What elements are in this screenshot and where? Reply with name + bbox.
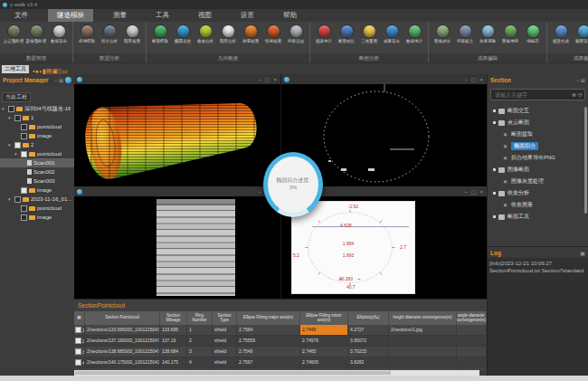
column-header-4[interactable]: Ellipse Fitting major axis(m) [237, 311, 300, 325]
limit-analysis-button[interactable]: 限界分析 [217, 24, 239, 52]
project-tree-item[interactable]: ▾1 [0, 113, 74, 122]
table-row[interactable]: 12/sections/133.695000_1001215043.txt133… [74, 325, 487, 336]
column-header-7[interactable]: height diameter convergence(m) [389, 311, 457, 325]
project-tree-item[interactable]: ▾2 [0, 140, 74, 149]
tree-checkbox[interactable] [21, 187, 27, 194]
snapshot-button[interactable]: 截图导出 [573, 24, 588, 52]
editor-button[interactable]: 编辑器 [522, 24, 544, 52]
tree-checkbox[interactable] [21, 151, 27, 157]
table-row[interactable]: 22/sections/137.190000_1001215047.txt137… [74, 336, 487, 347]
dislocation-button[interactable]: 错台分析 [99, 24, 120, 52]
viewport-min-icon[interactable]: – [463, 189, 468, 195]
log-menu-icon[interactable]: ▣ [580, 250, 585, 256]
project-tree-item[interactable]: ▾深圳04号线隧道-16 [0, 104, 74, 113]
section-tree-item[interactable]: ✕收敛测量 [488, 199, 588, 211]
section-tree-item[interactable]: 断面工具 [488, 211, 588, 223]
tree-checkbox[interactable] [14, 142, 21, 148]
panel-float-icon[interactable] [65, 77, 71, 83]
panel-pin-icon[interactable]: ▫ [577, 78, 579, 83]
viewport-max-icon[interactable]: ▢ [470, 76, 478, 82]
column-header-3[interactable]: Section Type [213, 311, 237, 325]
expand-icon[interactable]: ▾ [14, 151, 19, 157]
enhance-button[interactable]: 图像增强 [499, 24, 521, 52]
column-header-2[interactable]: Ring Number [187, 311, 213, 325]
tree-checkbox[interactable] [21, 124, 27, 130]
toolbar-mode-chip[interactable]: 二维工具 [2, 65, 29, 73]
convergence-button[interactable]: 收敛分析 [194, 24, 216, 52]
project-tree-item[interactable]: Scan003 [0, 176, 74, 186]
tree-vertical-scrollbar[interactable] [584, 107, 587, 214]
project-tree-item[interactable]: pointcloud [0, 204, 74, 213]
measure-button[interactable]: 三维量测 [358, 24, 380, 52]
result-export-button[interactable]: 成果导出 [381, 24, 403, 52]
viewport-min-icon[interactable]: – [257, 77, 261, 82]
viewport-close-icon[interactable]: × [479, 189, 484, 195]
report-button[interactable]: 报告生成 [550, 24, 572, 52]
tree-checkbox[interactable] [21, 133, 27, 139]
panel-dock-icon[interactable]: ⊞ [59, 77, 63, 83]
viewport-close-icon[interactable]: × [479, 77, 484, 82]
viewport-min-icon[interactable]: – [463, 77, 468, 82]
row-checkbox[interactable] [75, 348, 81, 355]
expand-icon[interactable]: ▾ [8, 142, 13, 148]
tree-checkbox[interactable] [8, 106, 14, 112]
report-chart-button[interactable]: 报表统计 [313, 24, 335, 52]
leakage-button[interactable]: 渗漏检测 [240, 24, 261, 52]
viewport-max-icon[interactable]: ▢ [470, 188, 478, 195]
project-tree-item[interactable]: ▾pointcloud [0, 149, 74, 158]
stagger-button[interactable]: 错缝检测 [262, 24, 284, 52]
section-tree-item[interactable]: 图像断面 [488, 164, 588, 176]
menu-tab-3[interactable]: 工具 [147, 9, 178, 22]
row-checkbox[interactable] [75, 327, 81, 333]
menu-tab-1[interactable]: 隧道模块 [48, 9, 93, 22]
current-project-chip[interactable]: 当前工程 [2, 92, 31, 102]
column-header-8[interactable]: angle diameter convergence(m) [457, 311, 487, 325]
section-tree-item[interactable]: ✕椭圆拟合 [488, 140, 588, 152]
expand-icon[interactable]: ▾ [8, 196, 13, 202]
table-row[interactable]: 32/sections/138.685000_1001215047.txt138… [74, 347, 487, 357]
statistics-button[interactable]: 数据统计 [403, 24, 425, 52]
expand-icon[interactable]: ▾ [8, 115, 13, 120]
project-tree-item[interactable]: Scan002 [0, 167, 74, 176]
row-checkbox[interactable] [75, 359, 81, 366]
ruler-icon[interactable]: ▭ [62, 68, 68, 74]
section-tree-item[interactable]: ✕断面提取 [488, 129, 588, 140]
viewport-close-icon[interactable]: × [272, 77, 278, 82]
gray-scan-render[interactable] [74, 196, 280, 299]
ring-seam-button[interactable]: 环缝提取 [76, 24, 98, 52]
clear-search-icon[interactable]: ⊗ [572, 91, 576, 98]
panel-pin-icon[interactable]: ▫ [55, 78, 57, 83]
panel-dock-icon[interactable]: ⊞ [581, 77, 585, 83]
scrollbar-thumb[interactable] [75, 371, 391, 375]
search-input[interactable] [493, 91, 570, 99]
annotate-button[interactable]: 病害标注 [454, 24, 476, 52]
menu-tab-4[interactable]: 视图 [189, 9, 221, 22]
clearance-button[interactable]: 限界检测 [121, 24, 143, 52]
menu-tab-0[interactable]: 文件 [5, 9, 37, 22]
grayscale-button[interactable]: 灰度调整 [477, 24, 498, 52]
menu-tab-2[interactable]: 测量 [104, 9, 136, 22]
viewport-min-icon[interactable]: – [257, 189, 261, 195]
menu-tab-5[interactable]: 设置 [232, 9, 263, 22]
section-tree-item[interactable]: ✕拟合结果导出PNG [488, 152, 588, 164]
compare-button[interactable]: 断面对比 [336, 24, 357, 52]
tree-checkbox[interactable] [21, 205, 27, 212]
section-tree-item[interactable]: 收敛分析 [488, 187, 588, 199]
expand-icon[interactable]: ▾ [2, 106, 6, 111]
project-tree-item[interactable]: image [0, 131, 74, 140]
column-header-0[interactable]: Section Pointcloud [85, 311, 160, 325]
column-header-1[interactable]: Section Mileage [160, 311, 187, 325]
stitch-button[interactable]: 图像拼接 [432, 24, 453, 52]
project-tree-item[interactable]: image [0, 186, 74, 195]
viewport-max-icon[interactable]: ▢ [264, 76, 271, 82]
tree-checkbox[interactable] [14, 196, 21, 203]
project-tree-item[interactable]: ▾2023-11-16_01-50 [0, 195, 74, 204]
project-tree-item[interactable]: Scan001 [0, 158, 74, 167]
data-export-button[interactable]: 数据导出 [48, 24, 70, 52]
ellipse-fit-button[interactable]: 椭圆拟合 [172, 24, 194, 52]
project-tree-item[interactable]: image [0, 213, 74, 222]
defect-button[interactable]: 病害识别 [285, 24, 307, 52]
section-tree-item[interactable]: 点云断面 [488, 117, 588, 129]
project-tree-item[interactable]: pointcloud [0, 122, 74, 131]
tree-checkbox[interactable] [21, 214, 27, 221]
